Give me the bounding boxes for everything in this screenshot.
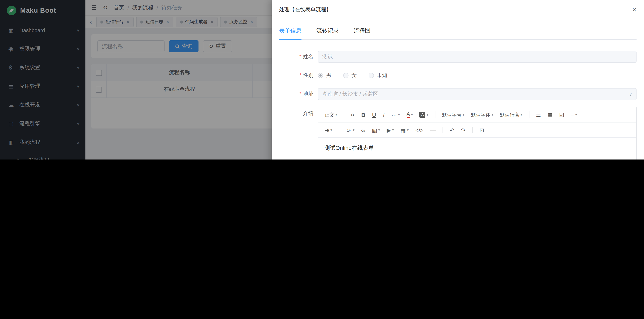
- editor-content[interactable]: 测试Online在线表单: [318, 138, 636, 160]
- gender-label: *性别: [279, 72, 318, 79]
- name-field-row: *姓名: [279, 51, 636, 63]
- italic-icon-glyph: I: [383, 112, 385, 118]
- bold-icon[interactable]: B: [358, 109, 368, 120]
- horizontal-rule-icon-glyph: ―: [430, 127, 436, 133]
- drawer-title: 处理【在线表单流程】: [279, 6, 331, 13]
- ordered-list-icon-glyph: ≣: [548, 112, 552, 118]
- radio-icon: [343, 73, 348, 78]
- align-select[interactable]: ≡▾: [568, 109, 580, 120]
- caret-down-icon: ▾: [392, 128, 394, 132]
- align-select-glyph: ≡: [571, 112, 574, 118]
- font-family-select-glyph: 默认字体: [471, 112, 490, 117]
- app-root: Maku Boot ▦Dashboard∨◉权限管理∨⚙系统设置∨▤应用管理∨☁…: [0, 0, 644, 160]
- redo-icon[interactable]: ↷: [458, 125, 469, 135]
- font-color-select-glyph: A: [406, 111, 410, 118]
- address-field-row: *地址 湖南省 / 长沙市 / 岳麓区 ∨: [279, 88, 636, 100]
- address-select[interactable]: 湖南省 / 长沙市 / 岳麓区 ∨: [318, 88, 636, 100]
- close-icon[interactable]: ×: [632, 6, 636, 14]
- more-style-select[interactable]: ⋯▾: [388, 109, 403, 120]
- paragraph-style-select-glyph: 正文: [324, 112, 334, 117]
- toolbar-divider: [344, 111, 344, 118]
- line-height-select-glyph: 默认行高: [500, 112, 520, 117]
- horizontal-rule-icon[interactable]: ―: [427, 125, 439, 135]
- font-color-select[interactable]: A▾: [404, 109, 416, 120]
- indent-select-glyph: ⇥: [324, 127, 329, 133]
- font-family-select[interactable]: 默认字体▾: [468, 109, 496, 120]
- caret-down-icon: ▾: [378, 128, 380, 132]
- intro-field-row: 介绍 正文▾“BUI⋯▾A▾A▾默认字号▾默认字体▾默认行高▾☰≣☑≡▾ ⇥▾☺…: [279, 107, 636, 160]
- table-select-glyph: ▦: [400, 127, 406, 133]
- editor-toolbar-row2: ⇥▾☺▾∞▧▾▶▾▦▾</>―↶↷⊡: [318, 123, 636, 138]
- caret-down-icon: ▾: [407, 128, 408, 132]
- link-icon[interactable]: ∞: [358, 125, 368, 135]
- code-block-icon-glyph: </>: [415, 127, 423, 133]
- caret-down-icon: ▾: [492, 113, 493, 116]
- gender-radio-女[interactable]: 女: [343, 72, 357, 79]
- caret-down-icon: ▾: [353, 128, 354, 132]
- required-asterisk: *: [300, 72, 302, 78]
- process-drawer: 处理【在线表单流程】 × 表单信息流转记录流程图 *姓名 *性别: [272, 0, 644, 160]
- ordered-list-icon[interactable]: ≣: [545, 109, 556, 120]
- image-select-glyph: ▧: [372, 127, 377, 133]
- emoji-select[interactable]: ☺▾: [343, 125, 358, 135]
- bg-color-select[interactable]: A▾: [416, 109, 431, 120]
- table-select[interactable]: ▦▾: [398, 125, 412, 135]
- undo-icon-glyph: ↶: [450, 127, 454, 133]
- editor-toolbar-row1: 正文▾“BUI⋯▾A▾A▾默认字号▾默认字体▾默认行高▾☰≣☑≡▾: [318, 107, 636, 123]
- gender-radio-未知[interactable]: 未知: [369, 72, 387, 79]
- drawer-header: 处理【在线表单流程】 ×: [272, 0, 644, 17]
- caret-down-icon: ▾: [463, 113, 464, 116]
- image-select[interactable]: ▧▾: [369, 125, 383, 135]
- toolbar-divider: [442, 127, 443, 133]
- gender-radio-男[interactable]: 男: [318, 72, 331, 79]
- video-select[interactable]: ▶▾: [384, 125, 397, 135]
- bullet-list-icon-glyph: ☰: [536, 112, 541, 118]
- indent-select[interactable]: ⇥▾: [322, 125, 335, 135]
- caret-down-icon: ▾: [330, 128, 332, 132]
- caret-down-icon: ▾: [336, 113, 337, 116]
- radio-icon: [369, 73, 374, 78]
- rich-text-editor: 正文▾“BUI⋯▾A▾A▾默认字号▾默认字体▾默认行高▾☰≣☑≡▾ ⇥▾☺▾∞▧…: [318, 107, 636, 160]
- bullet-list-icon[interactable]: ☰: [533, 109, 544, 120]
- radio-label: 男: [326, 72, 331, 79]
- toolbar-divider: [529, 111, 529, 118]
- gender-radio-group: 男女未知: [318, 70, 636, 81]
- code-block-icon[interactable]: </>: [412, 125, 426, 135]
- todo-list-icon[interactable]: ☑: [556, 109, 567, 120]
- radio-label: 女: [352, 72, 357, 79]
- drawer-tabs: 表单信息流转记录流程图: [279, 23, 636, 40]
- redo-icon-glyph: ↷: [461, 127, 466, 133]
- underline-icon[interactable]: U: [369, 109, 379, 120]
- blockquote-icon-glyph: “: [351, 112, 355, 117]
- drawer-tab-flow-record[interactable]: 流转记录: [316, 23, 339, 39]
- drawer-body: 表单信息流转记录流程图 *姓名 *性别 男女未知: [272, 17, 644, 160]
- bg-color-select-glyph: A: [420, 112, 426, 118]
- toolbar-divider: [472, 127, 473, 133]
- radio-icon: [318, 73, 323, 78]
- fullscreen-icon[interactable]: ⊡: [476, 125, 487, 135]
- paragraph-style-select[interactable]: 正文▾: [322, 109, 340, 120]
- process-form: *姓名 *性别 男女未知 *地址: [279, 51, 636, 160]
- blockquote-icon[interactable]: “: [348, 109, 358, 120]
- required-asterisk: *: [300, 91, 302, 97]
- radio-label: 未知: [377, 72, 387, 79]
- drawer-tab-flow-chart[interactable]: 流程图: [354, 23, 370, 39]
- caret-down-icon: ▾: [427, 113, 428, 116]
- bold-icon-glyph: B: [361, 112, 366, 118]
- name-label: *姓名: [279, 53, 318, 60]
- undo-icon[interactable]: ↶: [446, 125, 457, 135]
- drawer-tab-form-info[interactable]: 表单信息: [279, 23, 302, 39]
- todo-list-icon-glyph: ☑: [559, 112, 564, 118]
- emoji-select-glyph: ☺: [346, 127, 352, 133]
- italic-icon[interactable]: I: [380, 109, 388, 120]
- fullscreen-icon-glyph: ⊡: [480, 127, 484, 133]
- toolbar-divider: [435, 111, 436, 118]
- link-icon-glyph: ∞: [361, 127, 365, 133]
- address-label: *地址: [279, 91, 318, 98]
- name-input[interactable]: [318, 51, 636, 63]
- intro-label: 介绍: [279, 107, 318, 117]
- font-size-select[interactable]: 默认字号▾: [439, 109, 467, 120]
- address-select-value: 湖南省 / 长沙市 / 岳麓区: [322, 91, 378, 98]
- toolbar-divider: [339, 127, 339, 133]
- line-height-select[interactable]: 默认行高▾: [497, 109, 525, 120]
